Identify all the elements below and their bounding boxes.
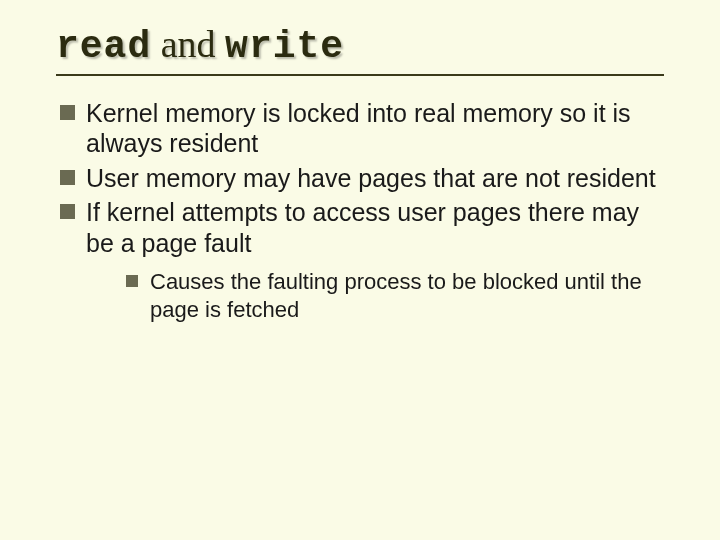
bullet-list: Kernel memory is locked into real memory…: [56, 98, 664, 324]
title-underline: read and write: [56, 24, 664, 76]
bullet-item: User memory may have pages that are not …: [60, 163, 664, 194]
bullet-text: User memory may have pages that are not …: [86, 164, 656, 192]
sub-bullet-list: Causes the faulting process to be blocke…: [126, 268, 664, 323]
title-code-read: read: [56, 25, 151, 68]
bullet-item: Kernel memory is locked into real memory…: [60, 98, 664, 159]
slide-title: read and write: [56, 24, 664, 68]
title-and: and: [151, 23, 225, 65]
sub-bullet-item: Causes the faulting process to be blocke…: [126, 268, 664, 323]
sub-bullet-text: Causes the faulting process to be blocke…: [150, 269, 642, 322]
bullet-text: Kernel memory is locked into real memory…: [86, 99, 631, 158]
bullet-text: If kernel attempts to access user pages …: [86, 198, 639, 257]
title-code-write: write: [225, 25, 344, 68]
slide: read and write Kernel memory is locked i…: [0, 0, 720, 540]
bullet-item: If kernel attempts to access user pages …: [60, 197, 664, 323]
